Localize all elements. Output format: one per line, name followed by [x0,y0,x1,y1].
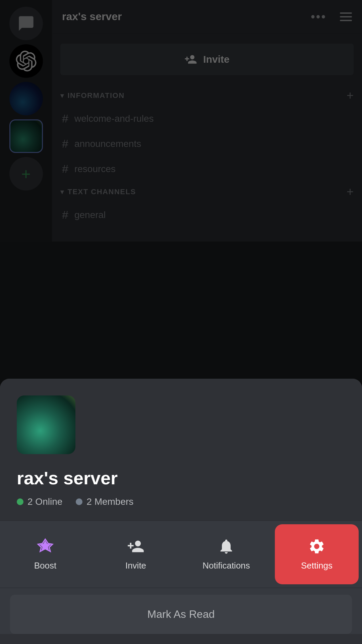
online-dot [17,498,23,505]
online-stat: 2 Online [17,496,62,507]
mark-read-section: Mark As Read [0,588,362,634]
invite-action-button[interactable]: Invite [90,521,181,588]
server-info-section: rax's server 2 Online 2 Members [0,379,362,521]
boost-button[interactable]: Boost [0,521,90,588]
online-count: 2 Online [27,496,62,507]
invite-action-icon [127,538,144,555]
members-stat: 2 Members [76,496,133,507]
mark-read-label: Mark As Read [147,608,215,620]
invite-action-label: Invite [125,560,146,571]
server-stats: 2 Online 2 Members [17,496,345,507]
gear-icon [308,538,325,555]
action-buttons-row: Boost Invite Notifications Settings [0,521,362,588]
bottom-sheet: rax's server 2 Online 2 Members Boost [0,379,362,644]
server-thumbnail-image [17,395,75,454]
settings-label: Settings [301,560,333,571]
bell-icon [218,538,235,555]
boost-label: Boost [34,560,57,571]
bottom-sheet-server-name: rax's server [17,468,345,488]
mark-as-read-button[interactable]: Mark As Read [10,595,352,634]
notifications-label: Notifications [202,560,250,571]
notifications-button[interactable]: Notifications [181,521,272,588]
settings-button[interactable]: Settings [275,524,359,584]
members-count: 2 Members [86,496,133,507]
boost-icon [37,538,54,555]
members-dot [76,498,82,505]
